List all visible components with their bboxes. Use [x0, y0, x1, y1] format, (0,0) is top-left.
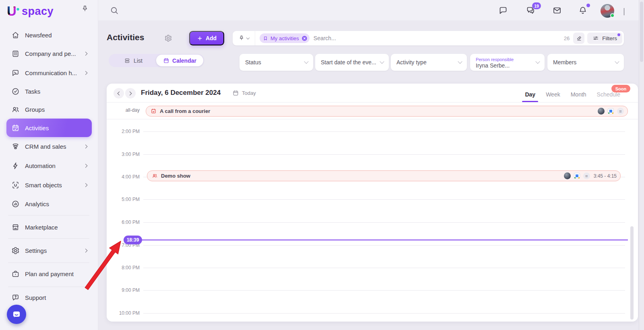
status-filter[interactable]: Status: [239, 54, 313, 71]
sidebar-item-analytics[interactable]: Analytics: [6, 195, 92, 213]
sidebar-divider: [8, 262, 89, 263]
logo-u-icon: U: [6, 3, 21, 19]
all-day-label: all-day: [111, 107, 140, 113]
sidebar-item-communication-hub[interactable]: Communication h...: [6, 64, 92, 82]
today-button[interactable]: Today: [232, 90, 256, 96]
chevron-right-icon: [84, 164, 88, 168]
search-icon[interactable]: [109, 6, 119, 15]
check-circle-icon: [11, 87, 20, 96]
results-count: 26: [564, 35, 570, 41]
storefront-icon: [11, 223, 20, 232]
chevron-down-icon[interactable]: [624, 8, 624, 15]
sidebar-item-activities[interactable]: Activities: [6, 119, 92, 137]
hamburger-icon[interactable]: =: [617, 108, 624, 115]
sidebar-item-crm[interactable]: CRM and sales: [6, 137, 92, 156]
plus-icon: [197, 35, 203, 41]
start-date-filter[interactable]: Start date of the eve...: [315, 54, 389, 71]
current-time-line: [141, 240, 628, 240]
active-filters-dot: [617, 33, 620, 36]
person-responsible-filter[interactable]: Person responsible Iryna Serbe...: [470, 54, 545, 71]
chat-icon[interactable]: [498, 6, 508, 15]
search-input[interactable]: [314, 35, 564, 41]
bell-icon[interactable]: [578, 6, 588, 15]
event-time: 3:45 - 4:15: [594, 173, 617, 179]
chevron-right-icon: [84, 51, 88, 55]
calendar-icon: [232, 90, 239, 96]
chevron-down-icon: [458, 59, 462, 64]
intercom-chat-icon: [11, 309, 22, 320]
tab-day[interactable]: Day: [525, 91, 535, 98]
event-demo-show[interactable]: Demo show = 3:45 - 4:15: [147, 170, 621, 181]
google-calendar-icon: [574, 173, 580, 179]
members-filter[interactable]: Members: [547, 54, 624, 71]
chevron-down-icon: [246, 36, 250, 39]
activity-type-filter[interactable]: Activity type: [391, 54, 467, 71]
calendar-check-icon: [151, 108, 157, 114]
page-scrollbar-thumb[interactable]: [640, 2, 643, 62]
add-button[interactable]: Add: [189, 31, 224, 45]
chevron-down-icon: [535, 59, 540, 64]
divider: [107, 119, 638, 119]
pin-filter-button[interactable]: [233, 31, 255, 45]
sidebar-item-company[interactable]: Company and pe...: [6, 44, 92, 63]
calendar-view-tab[interactable]: Calendar: [156, 55, 203, 66]
avatar: [564, 172, 571, 179]
sidebar-item-smart-objects[interactable]: Smart objects: [6, 176, 92, 194]
sidebar-item-support[interactable]: Support: [6, 288, 92, 307]
analytics-icon: [11, 200, 20, 208]
sidebar-item-groups[interactable]: Groups: [6, 100, 92, 119]
sidebar: U spacy Newsfeed Company and pe... Commu…: [0, 0, 98, 330]
current-time-pill: 18:39: [124, 236, 142, 244]
messages-count-badge: 19: [532, 2, 541, 9]
search-bar: My activities 26 Filters: [233, 31, 624, 45]
event-title: A call from a courier: [160, 108, 210, 114]
event-title: Demo show: [161, 173, 190, 179]
sidebar-item-settings[interactable]: Settings: [6, 241, 92, 260]
lightning-icon: [11, 162, 20, 170]
crm-funnel-icon: [11, 142, 20, 151]
chevron-down-icon: [380, 59, 384, 64]
app-logo[interactable]: U spacy: [6, 3, 54, 19]
notification-dot: [586, 4, 590, 7]
list-icon: [124, 57, 130, 64]
sidebar-divider: [8, 287, 89, 287]
gear-icon[interactable]: [164, 34, 172, 42]
eraser-icon: [576, 35, 582, 41]
hamburger-icon[interactable]: =: [583, 172, 590, 179]
divider: [107, 102, 638, 102]
mail-icon[interactable]: [552, 6, 562, 15]
topbar: 19: [98, 0, 639, 21]
chat-bubble-icon: [11, 69, 20, 77]
next-day-button[interactable]: [125, 88, 136, 98]
wallet-icon: [11, 270, 20, 278]
sidebar-divider: [8, 215, 89, 215]
pin-icon[interactable]: [81, 5, 89, 13]
calendar-check-icon: [11, 124, 20, 132]
sidebar-item-tasks[interactable]: Tasks: [6, 82, 92, 100]
home-icon: [11, 31, 20, 39]
sidebar-item-plan-payment[interactable]: Plan and payment: [6, 264, 92, 283]
calendar-scrollbar-thumb[interactable]: [630, 226, 634, 320]
filters-button[interactable]: Filters: [587, 33, 622, 44]
my-activities-chip[interactable]: My activities: [260, 33, 310, 43]
tab-week[interactable]: Week: [546, 91, 560, 98]
people-icon: [152, 173, 158, 179]
chat-widget-button[interactable]: [7, 305, 26, 324]
clear-filters-button[interactable]: [573, 33, 584, 44]
prev-day-button[interactable]: [114, 88, 124, 98]
view-toggle: List Calendar: [109, 54, 204, 67]
page-scrollbar[interactable]: [639, 0, 644, 330]
chevron-right-icon: [84, 248, 88, 252]
sidebar-item-marketplace[interactable]: Marketplace: [6, 218, 92, 236]
chevron-right-icon: [84, 183, 88, 187]
tab-month[interactable]: Month: [571, 91, 586, 98]
event-all-day[interactable]: A call from a courier =: [146, 106, 628, 117]
logo-text: spacy: [22, 5, 54, 18]
sidebar-item-automation[interactable]: Automation: [6, 156, 92, 175]
support-icon: [11, 293, 20, 302]
close-circle-icon[interactable]: [301, 35, 308, 41]
google-calendar-icon: [608, 108, 614, 114]
list-view-tab[interactable]: List: [109, 54, 158, 67]
chevron-down-icon: [615, 59, 619, 64]
sidebar-item-newsfeed[interactable]: Newsfeed: [6, 26, 92, 44]
